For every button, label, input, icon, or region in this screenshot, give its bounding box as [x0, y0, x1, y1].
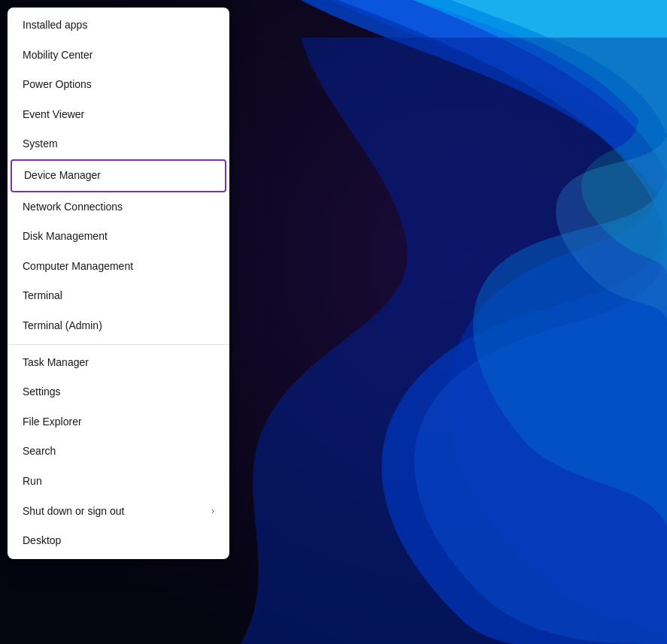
menu-item-label: Run	[23, 474, 42, 489]
menu-item-label: Task Manager	[23, 355, 89, 370]
menu-item-label: File Explorer	[23, 415, 82, 430]
menu-item-desktop[interactable]: Desktop	[8, 526, 229, 556]
menu-item-label: Power Options	[23, 77, 92, 92]
menu-item-label: Computer Management	[23, 259, 133, 274]
menu-item-installed-apps[interactable]: Installed apps	[8, 11, 229, 41]
menu-item-label: Device Manager	[24, 168, 101, 183]
menu-item-terminal-admin[interactable]: Terminal (Admin)	[8, 311, 229, 341]
menu-item-label: Disk Management	[23, 229, 108, 244]
menu-item-event-viewer[interactable]: Event Viewer	[8, 100, 229, 130]
menu-item-computer-management[interactable]: Computer Management	[8, 252, 229, 282]
menu-item-system[interactable]: System	[8, 129, 229, 159]
menu-item-label: Shut down or sign out	[23, 504, 124, 519]
menu-item-mobility-center[interactable]: Mobility Center	[8, 41, 229, 71]
menu-item-terminal[interactable]: Terminal	[8, 281, 229, 311]
menu-item-label: System	[23, 137, 58, 152]
menu-item-label: Event Viewer	[23, 107, 84, 122]
menu-item-settings[interactable]: Settings	[8, 377, 229, 407]
submenu-arrow-icon: ›	[211, 505, 214, 518]
menu-item-label: Network Connections	[23, 200, 123, 215]
menu-item-label: Desktop	[23, 534, 61, 549]
menu-item-label: Terminal (Admin)	[23, 319, 102, 334]
menu-item-label: Terminal	[23, 289, 62, 304]
menu-item-label: Search	[23, 444, 56, 459]
menu-item-power-options[interactable]: Power Options	[8, 70, 229, 100]
menu-item-search[interactable]: Search	[8, 437, 229, 467]
menu-item-task-manager[interactable]: Task Manager	[8, 348, 229, 378]
menu-item-shut-down-sign-out[interactable]: Shut down or sign out›	[8, 497, 229, 527]
menu-item-run[interactable]: Run	[8, 467, 229, 497]
menu-item-device-manager[interactable]: Device Manager	[11, 159, 226, 192]
menu-item-label: Installed apps	[23, 18, 87, 33]
menu-divider	[8, 344, 229, 345]
menu-item-label: Mobility Center	[23, 48, 92, 63]
menu-item-disk-management[interactable]: Disk Management	[8, 222, 229, 252]
context-menu: Installed appsMobility CenterPower Optio…	[8, 8, 229, 559]
menu-item-label: Settings	[23, 385, 61, 400]
menu-item-file-explorer[interactable]: File Explorer	[8, 407, 229, 437]
menu-item-network-connections[interactable]: Network Connections	[8, 192, 229, 222]
